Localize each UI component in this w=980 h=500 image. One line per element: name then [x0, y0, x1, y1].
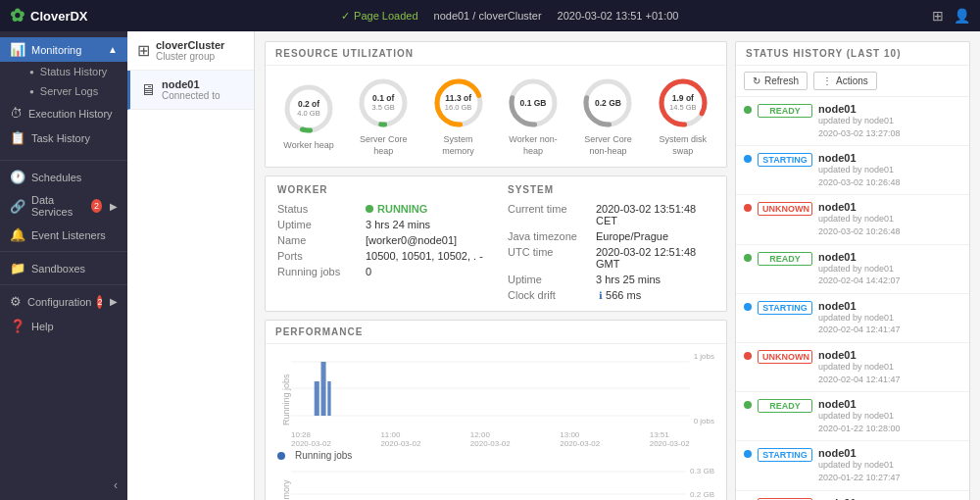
history-status-badge: READY: [758, 104, 812, 118]
dot-icon2: ●: [29, 87, 34, 96]
worker-name-value: [worker0@node01]: [366, 234, 457, 246]
history-node: node01: [818, 497, 961, 501]
event-icon: 🔔: [10, 227, 25, 242]
worker-system-card: WORKER Status RUNNING Uptime: [265, 175, 727, 312]
sidebar-item-execution-history[interactable]: ⏱ Execution History: [0, 101, 127, 125]
history-icon: ⏱: [10, 106, 23, 121]
grid-icon[interactable]: ⊞: [932, 8, 944, 24]
history-dot: [744, 254, 752, 262]
gauge-circle-worker-non-heap: 0.1 GB: [506, 75, 561, 130]
info-row: WORKER Status RUNNING Uptime: [266, 176, 726, 311]
system-java-tz-value: Europe/Prague: [596, 230, 668, 242]
history-item-info: node01 updated by node012020-01-22 10:27…: [818, 497, 961, 501]
history-dot: [744, 106, 752, 114]
sidebar-item-help[interactable]: ❓ Help: [0, 314, 127, 338]
gauge-label-system-memory: System memory: [430, 134, 485, 157]
clover-icon: ✿: [10, 5, 24, 26]
gauge-text-system-disk: 1.9 of 14.5 GB: [669, 93, 697, 112]
history-meta: updated by node012020-02-04 14:42:07: [818, 263, 961, 287]
performance-card: PERFORMANCE Running jobs: [265, 320, 727, 500]
history-item-info: node01 updated by node012020-01-22 10:27…: [818, 447, 961, 483]
data-services-icon: 🔗: [10, 199, 25, 214]
svg-rect-18: [327, 381, 330, 416]
node-info: node01 / cloverCluster: [434, 10, 542, 22]
sidebar-item-server-logs[interactable]: ● Server Logs: [20, 81, 127, 101]
worker-ports-line: Ports 10500, 10501, 10502, . -: [277, 248, 484, 264]
history-panel: STATUS HISTORY (LAST 10) ↻ Refresh ⋮ Act…: [735, 41, 970, 500]
history-dot: [744, 352, 752, 360]
sidebar-item-status-history[interactable]: ● Status History: [20, 62, 127, 81]
svg-rect-17: [320, 362, 325, 416]
gauge-worker-heap: 0.2 of 4.0 GB Worker heap: [281, 81, 336, 152]
running-jobs-chart-container: Running jobs: [277, 352, 714, 461]
system-uptime-value: 3 hrs 25 mins: [596, 274, 661, 285]
worker-status-value: RUNNING: [366, 203, 427, 215]
gauge-server-core-heap: 0.1 of 3.5 GB Server Core heap: [356, 75, 411, 157]
cluster-header[interactable]: ⊞ cloverCluster Cluster group: [127, 31, 254, 71]
performance-header: PERFORMANCE: [266, 321, 726, 344]
sidebar-collapse-button[interactable]: ‹: [0, 471, 127, 500]
system-java-tz-line: Java timezone Europe/Prague: [508, 228, 714, 244]
history-node: node01: [818, 103, 961, 115]
history-meta: updated by node012020-03-02 13:27:08: [818, 115, 961, 139]
chevron-right-icon: ▶: [110, 201, 118, 212]
chart2-layout: Heap memory: [277, 467, 714, 500]
history-status-badge: STARTING: [758, 448, 812, 462]
sidebar-item-configuration[interactable]: ⚙ Configuration 2 ▶: [0, 289, 127, 314]
actions-button[interactable]: ⋮ Actions: [813, 72, 877, 90]
history-meta: updated by node012020-02-04 12:41:47: [818, 312, 961, 336]
worker-uptime-value: 3 hrs 24 mins: [366, 219, 430, 230]
sidebar-item-event-listeners[interactable]: 🔔 Event Listeners: [0, 223, 127, 247]
worker-name-label: Name: [277, 234, 366, 246]
history-dot: [744, 204, 752, 212]
svg-rect-16: [315, 381, 319, 416]
cluster-info: cloverCluster Cluster group: [156, 39, 224, 62]
system-current-time-label: Current time: [508, 203, 596, 226]
sidebar-item-data-services[interactable]: 🔗 Data Services 2 ▶: [0, 189, 127, 223]
gauge-text-system-memory: 11.3 of 16.0 GB: [445, 93, 472, 112]
system-uptime-label: Uptime: [508, 274, 596, 285]
system-utc-time-label: UTC time: [508, 246, 596, 270]
chart2-area: [291, 467, 686, 500]
worker-uptime-line: Uptime 3 hrs 24 mins: [277, 217, 484, 232]
history-item-info: node01 updated by node012020-03-02 13:27…: [818, 103, 961, 139]
node-name: node01: [162, 78, 220, 90]
sidebar-divider-1: [0, 160, 127, 161]
chart1-yaxis-label: Running jobs: [277, 352, 291, 448]
gauge-text-worker-non-heap: 0.1 GB: [520, 98, 547, 108]
worker-ports-label: Ports: [277, 250, 366, 262]
system-current-time-value: 2020-03-02 13:51:48 CET: [596, 203, 714, 226]
content-area: ⊞ cloverCluster Cluster group 🖥 node01 C…: [127, 31, 980, 500]
gauge-label-worker-non-heap: Worker non-heap: [506, 134, 561, 157]
node-item[interactable]: 🖥 node01 Connected to: [127, 71, 254, 110]
history-item: READY node01 updated by node012020-03-02…: [736, 97, 969, 146]
monitor-icon: 📊: [10, 42, 25, 57]
sidebar: 📊 Monitoring ▲ ● Status History ● Server…: [0, 31, 127, 500]
history-item-info: node01 updated by node012020-02-04 12:41…: [818, 349, 961, 385]
gauge-server-core-non-heap: 0.2 GB Server Core non-heap: [580, 75, 635, 157]
history-item: UNKNOWN node01 updated by node012020-01-…: [736, 491, 969, 501]
perf-section: Running jobs: [266, 344, 726, 500]
history-status-badge: STARTING: [758, 153, 812, 167]
system-col: SYSTEM Current time 2020-03-02 13:51:48 …: [496, 176, 726, 311]
refresh-button[interactable]: ↻ Refresh: [744, 72, 808, 90]
history-node: node01: [818, 349, 961, 361]
history-status-badge: READY: [758, 399, 812, 413]
brand-name: CloverDX: [30, 9, 88, 24]
sidebar-item-sandboxes[interactable]: 📁 Sandboxes: [0, 256, 127, 280]
info-icon: ℹ: [599, 290, 603, 301]
topbar: ✿ CloverDX ✓ Page Loaded node01 / clover…: [0, 0, 980, 31]
dot-icon: ●: [29, 68, 34, 76]
history-item-info: node01 updated by node012020-02-04 14:42…: [818, 251, 961, 287]
user-icon[interactable]: 👤: [954, 8, 970, 24]
history-node: node01: [818, 398, 961, 410]
sidebar-item-task-history[interactable]: 📋 Task History: [0, 125, 127, 150]
history-dot: [744, 155, 752, 163]
sidebar-item-schedules[interactable]: 🕐 Schedules: [0, 165, 127, 189]
history-node: node01: [818, 152, 961, 164]
sidebar-item-monitoring[interactable]: 📊 Monitoring ▲: [0, 37, 127, 62]
history-header: STATUS HISTORY (LAST 10): [736, 42, 969, 66]
history-status-badge: READY: [758, 252, 812, 266]
chart2-yaxis-label: Heap memory: [277, 467, 291, 500]
history-item-info: node01 updated by node012020-02-04 12:41…: [818, 300, 961, 336]
